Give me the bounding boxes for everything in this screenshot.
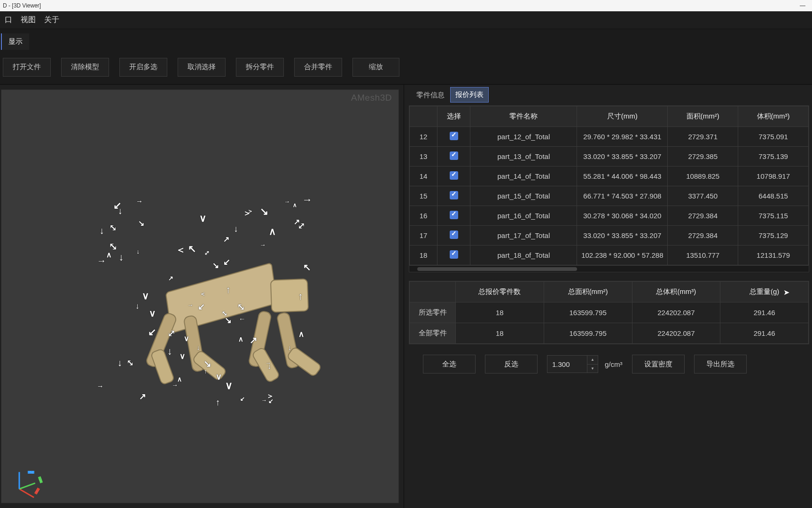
row-part-name: part_15_of_Total <box>470 186 577 206</box>
row-volume: 7375.115 <box>738 206 809 226</box>
row-index: 13 <box>410 147 437 167</box>
watermark-text: AMesh3D <box>351 93 392 103</box>
row-area: 10889.825 <box>668 167 738 186</box>
col-dimensions: 尺寸(mm) <box>577 106 668 127</box>
parts-table: 选择 零件名称 尺寸(mm) 面积(mm²) 体积(mm³) 12part_12… <box>409 106 809 265</box>
cancel-select-button[interactable]: 取消选择 <box>178 58 226 77</box>
row-volume: 7375.091 <box>738 127 809 147</box>
row-index: 16 <box>410 206 437 226</box>
row-dimensions: 66.771 * 74.503 * 27.908 <box>577 186 668 206</box>
toolbar: 打开文件 清除模型 开启多选 取消选择 拆分零件 合并零件 缩放 <box>0 50 812 85</box>
row-dimensions: 33.020 * 33.855 * 33.207 <box>577 226 668 246</box>
row-select-checkbox[interactable] <box>450 151 458 160</box>
row-index: 17 <box>410 226 437 246</box>
table-row[interactable]: 13part_13_of_Total33.020 * 33.855 * 33.2… <box>410 147 809 167</box>
merge-part-button[interactable]: 合并零件 <box>294 58 342 77</box>
table-row[interactable]: 14part_14_of_Total55.281 * 44.006 * 98.4… <box>410 167 809 186</box>
row-area: 2729.371 <box>668 127 738 147</box>
multi-select-button[interactable]: 开启多选 <box>119 58 167 77</box>
menu-bar: 口 视图 关于 <box>0 11 812 29</box>
table-row[interactable]: 15part_15_of_Total66.771 * 74.503 * 27.9… <box>410 186 809 206</box>
row-dimensions: 102.238 * 92.000 * 57.288 <box>577 246 668 265</box>
export-selected-button[interactable]: 导出所选 <box>694 355 747 373</box>
table-row[interactable]: 16part_16_of_Total30.278 * 30.068 * 34.0… <box>410 206 809 226</box>
sum-col-count: 总报价零件数 <box>456 282 544 302</box>
col-area: 面积(mm²) <box>668 106 738 127</box>
row-area: 2729.384 <box>668 206 738 226</box>
tab-quote-list[interactable]: 报价列表 <box>450 87 489 103</box>
summary-row: 全部零件18163599.795224202.087291.46 <box>410 323 809 344</box>
horizontal-scrollbar[interactable] <box>409 265 809 272</box>
row-volume: 7375.139 <box>738 147 809 167</box>
bottom-controls: 全选 反选 ▲▼ g/cm³ 设置密度 导出所选 <box>409 344 809 377</box>
side-panel-tabs: 零件信息 报价列表 <box>409 88 809 103</box>
row-select-checkbox[interactable] <box>450 191 458 199</box>
summary-row: 所选零件18163599.795224202.087291.46 <box>410 302 809 323</box>
sum-col-weight: 总重量(g) <box>720 282 809 302</box>
spin-up-icon: ▲ <box>587 356 598 365</box>
row-select-checkbox[interactable] <box>450 171 458 180</box>
row-index: 14 <box>410 167 437 186</box>
row-volume: 7375.129 <box>738 226 809 246</box>
axis-gizmo[interactable]: x y z <box>10 461 43 494</box>
menu-item-view[interactable]: 视图 <box>18 13 39 27</box>
row-dimensions: 33.020 * 33.855 * 33.207 <box>577 147 668 167</box>
title-bar: D - [3D Viewer] — <box>0 0 812 11</box>
zoom-button[interactable]: 缩放 <box>352 58 399 77</box>
col-volume: 体积(mm³) <box>738 106 809 127</box>
table-row[interactable]: 12part_12_of_Total29.760 * 29.982 * 33.4… <box>410 127 809 147</box>
row-volume: 10798.917 <box>738 167 809 186</box>
summary-table-container: 总报价零件数 总面积(mm²) 总体积(mm³) 总重量(g) 所选零件1816… <box>409 281 809 344</box>
summary-label: 全部零件 <box>410 323 456 344</box>
menu-item-about[interactable]: 关于 <box>41 13 62 27</box>
row-part-name: part_12_of_Total <box>470 127 577 147</box>
ribbon-tab-display[interactable]: 显示 <box>1 33 29 50</box>
row-part-name: part_16_of_Total <box>470 206 577 226</box>
table-row[interactable]: 17part_17_of_Total33.020 * 33.855 * 33.2… <box>410 226 809 246</box>
tab-part-info[interactable]: 零件信息 <box>412 88 449 103</box>
select-all-button[interactable]: 全选 <box>423 355 476 373</box>
density-unit-label: g/cm³ <box>605 360 623 368</box>
summary-label: 所选零件 <box>410 302 456 323</box>
clear-model-button[interactable]: 清除模型 <box>61 58 109 77</box>
invert-select-button[interactable]: 反选 <box>485 355 538 373</box>
row-dimensions: 30.278 * 30.068 * 34.020 <box>577 206 668 226</box>
3d-viewport[interactable]: AMesh3D ↙→↓↗＞↘→→↖∧∧∧↓→→⤡∨↓↑⤡↙↘＜→↓↘∨∨↓↖⤢⤢… <box>1 89 399 503</box>
ribbon-tabs: 显示 <box>0 29 812 50</box>
row-area: 2729.385 <box>668 147 738 167</box>
row-dimensions: 55.281 * 44.006 * 98.443 <box>577 167 668 186</box>
col-part-name: 零件名称 <box>470 106 577 127</box>
parts-table-container: 选择 零件名称 尺寸(mm) 面积(mm²) 体积(mm³) 12part_12… <box>409 105 809 272</box>
density-spinner[interactable]: ▲▼ <box>587 355 598 373</box>
row-part-name: part_18_of_Total <box>470 246 577 265</box>
sum-col-area: 总面积(mm²) <box>544 282 632 302</box>
menu-item-window[interactable]: 口 <box>2 13 15 27</box>
row-dimensions: 29.760 * 29.982 * 33.431 <box>577 127 668 147</box>
row-index: 12 <box>410 127 437 147</box>
row-select-checkbox[interactable] <box>450 132 458 140</box>
col-select: 选择 <box>437 106 470 127</box>
row-part-name: part_13_of_Total <box>470 147 577 167</box>
row-volume: 12131.579 <box>738 246 809 265</box>
sum-col-volume: 总体积(mm³) <box>632 282 720 302</box>
split-part-button[interactable]: 拆分零件 <box>236 58 284 77</box>
row-area: 3377.450 <box>668 186 738 206</box>
row-select-checkbox[interactable] <box>450 230 458 239</box>
minimize-icon[interactable]: — <box>800 2 805 9</box>
table-row[interactable]: 18part_18_of_Total102.238 * 92.000 * 57.… <box>410 246 809 265</box>
row-select-checkbox[interactable] <box>450 250 458 259</box>
row-area: 13510.777 <box>668 246 738 265</box>
window-title: D - [3D Viewer] <box>3 2 41 9</box>
set-density-button[interactable]: 设置密度 <box>632 355 685 373</box>
row-index: 15 <box>410 186 437 206</box>
row-part-name: part_17_of_Total <box>470 226 577 246</box>
row-part-name: part_14_of_Total <box>470 167 577 186</box>
col-index <box>410 106 437 127</box>
spin-down-icon: ▼ <box>587 365 598 373</box>
row-select-checkbox[interactable] <box>450 211 458 219</box>
row-area: 2729.384 <box>668 226 738 246</box>
open-file-button[interactable]: 打开文件 <box>3 58 51 77</box>
row-index: 18 <box>410 246 437 265</box>
row-volume: 6448.515 <box>738 186 809 206</box>
